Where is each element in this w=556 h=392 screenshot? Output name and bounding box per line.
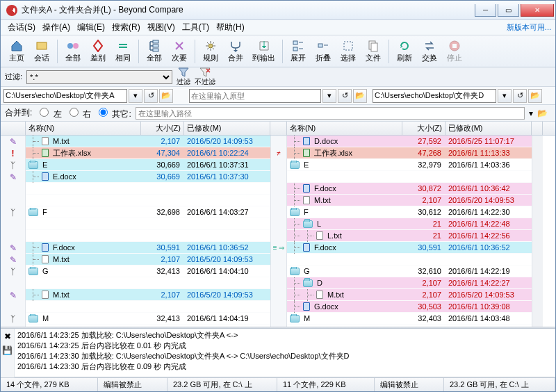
merge-other-radio[interactable]: 其它: xyxy=(95,106,131,120)
table-row[interactable]: M32,4132016/6/1 14:04:19 xyxy=(26,313,270,325)
table-row[interactable]: M.txt2,1072016/5/20 14:09:53 xyxy=(287,195,532,206)
menu-view[interactable]: 视图(V) xyxy=(145,20,178,35)
filter-bar: 过滤: *.* 过滤 不过滤 xyxy=(1,67,555,87)
swap-button[interactable]: 交换 xyxy=(418,38,441,65)
table-row[interactable]: D.docx27,5922016/5/25 11:07:17 xyxy=(287,136,532,147)
merge-button[interactable]: 合并 xyxy=(224,38,247,65)
left-mod-header[interactable]: 已修改(M) xyxy=(184,122,270,135)
clear-log-icon[interactable]: ✖ xyxy=(4,332,11,341)
merge-path-dropdown[interactable]: ▾ xyxy=(529,108,533,118)
table-row[interactable]: G.docx30,5032016/6/1 10:39:08 xyxy=(287,301,532,313)
vertical-scrollbar[interactable] xyxy=(532,136,543,327)
menu-tools[interactable]: 工具(T) xyxy=(179,20,212,35)
table-row[interactable]: M.txt2,1072016/5/20 14:09:53 xyxy=(26,254,270,266)
menu-action[interactable]: 操作(A) xyxy=(40,20,73,35)
middle-history-button[interactable]: ↺ xyxy=(338,89,352,103)
left-size-header[interactable]: 大小(Z) xyxy=(141,122,184,135)
table-row[interactable] xyxy=(26,195,270,206)
edit-marker-icon: ✎ xyxy=(9,173,17,181)
table-row[interactable]: M.txt2,1072016/5/20 14:09:53 xyxy=(26,136,270,147)
filter-combo[interactable]: *.* xyxy=(26,70,172,84)
right-mod-header[interactable]: 已修改(M) xyxy=(445,122,532,135)
table-row[interactable] xyxy=(26,230,270,242)
merge-left-radio[interactable]: 左 xyxy=(36,106,61,120)
table-row[interactable] xyxy=(26,218,270,230)
table-row[interactable]: F.docx30,5912016/6/1 10:36:52 xyxy=(287,242,532,254)
table-row[interactable]: G32,4132016/6/1 14:04:10 xyxy=(26,266,270,277)
left-history-button[interactable]: ↺ xyxy=(144,89,158,103)
middle-browse-button[interactable]: 📂 xyxy=(353,89,367,103)
table-row[interactable]: F30,6122016/6/1 14:22:30 xyxy=(287,206,532,218)
table-row[interactable]: F32,6982016/6/1 14:03:27 xyxy=(26,206,270,218)
merge-right-radio[interactable]: 右 xyxy=(66,106,91,120)
log-text[interactable]: 2016/6/1 14:23:25 加载比较: C:\Users\echo\De… xyxy=(15,329,555,377)
structure-all-button[interactable]: 全部 xyxy=(142,38,166,65)
table-row[interactable]: M.txt2,1072016/5/20 14:09:53 xyxy=(287,289,532,301)
filter-clear-button[interactable]: 不过滤 xyxy=(195,67,215,87)
table-row[interactable]: M32,4032016/6/1 14:03:48 xyxy=(287,313,532,325)
home-button[interactable]: 主页 xyxy=(5,38,28,65)
session-button[interactable]: 会话 xyxy=(30,38,54,65)
table-row[interactable]: F.docx30,8722016/6/1 10:36:42 xyxy=(287,183,532,195)
show-all-button[interactable]: 全部 xyxy=(61,38,85,65)
table-row[interactable]: E30,6692016/6/1 10:37:31 xyxy=(26,159,270,171)
merge-path-input[interactable] xyxy=(136,107,525,120)
left-path-input[interactable] xyxy=(3,89,127,103)
rules-button[interactable]: 规则 xyxy=(199,38,222,65)
table-row[interactable]: D2,1072016/6/1 14:22:27 xyxy=(287,277,532,289)
show-same-button[interactable]: 相同 xyxy=(111,38,135,65)
table-row[interactable] xyxy=(26,301,270,313)
table-row[interactable]: 工作表.xlsx47,2682016/6/1 11:13:33 xyxy=(287,147,532,159)
show-diff-button[interactable]: 差别 xyxy=(86,38,110,65)
table-row[interactable]: M.txt2,1072016/5/20 14:09:53 xyxy=(26,289,270,301)
right-history-button[interactable]: ↺ xyxy=(513,89,527,103)
left-pane[interactable]: M.txt2,1072016/5/20 14:09:53工作表.xlsx47,3… xyxy=(26,136,270,327)
files-button[interactable]: 文件 xyxy=(361,38,385,65)
save-log-icon[interactable]: 💾 xyxy=(2,345,13,355)
titlebar[interactable]: 文件夹A - 文件夹合并(L) - Beyond Compare ─ ▭ ✕ xyxy=(1,1,555,20)
table-row[interactable]: L.txt212016/6/1 14:22:56 xyxy=(287,230,532,242)
folder-open-icon: 📂 xyxy=(161,91,171,100)
table-row[interactable] xyxy=(26,277,270,289)
table-row[interactable]: F.docx30,5912016/6/1 10:36:52 xyxy=(26,242,270,254)
middle-path-dropdown[interactable]: ▾ xyxy=(322,89,336,103)
collapse-button[interactable]: 折叠 xyxy=(311,38,335,65)
table-row[interactable]: L212016/6/1 14:22:48 xyxy=(287,218,532,230)
minor-button[interactable]: 次要 xyxy=(167,38,191,65)
menu-search[interactable]: 搜索(R) xyxy=(109,20,143,35)
right-name-header[interactable]: 名称(N) xyxy=(287,122,402,135)
table-row[interactable] xyxy=(287,171,532,183)
middle-path-input[interactable] xyxy=(189,89,321,103)
select-button[interactable]: 选择 xyxy=(336,38,360,65)
merge-browse-button[interactable]: 📂 xyxy=(537,108,548,118)
menu-help[interactable]: 帮助(H) xyxy=(213,20,247,35)
update-link[interactable]: 新版本可用... xyxy=(507,22,551,33)
menu-session[interactable]: 会话(S) xyxy=(5,20,38,35)
right-size-header[interactable]: 大小(Z) xyxy=(402,122,445,135)
table-row[interactable]: E.docx30,6692016/6/1 10:37:30 xyxy=(26,171,270,183)
right-path-dropdown[interactable]: ▾ xyxy=(498,89,512,103)
filter-label: 过滤: xyxy=(5,72,22,82)
table-row[interactable]: 工作表.xlsx47,3042016/6/1 10:22:24 xyxy=(26,147,270,159)
table-row[interactable] xyxy=(26,183,270,195)
table-row[interactable] xyxy=(287,254,532,266)
table-row[interactable]: E32,9792016/6/1 14:03:36 xyxy=(287,159,532,171)
left-name-header[interactable]: 名称(N) xyxy=(26,122,141,135)
minimize-button[interactable]: ─ xyxy=(475,4,496,17)
left-browse-button[interactable]: 📂 xyxy=(159,89,173,103)
stop-button[interactable]: 停止 xyxy=(443,38,466,65)
table-row[interactable]: G32,6102016/6/1 14:22:19 xyxy=(287,266,532,277)
right-browse-button[interactable]: 📂 xyxy=(528,89,542,103)
right-path-input[interactable] xyxy=(373,89,496,103)
right-pane[interactable]: D.docx27,5922016/5/25 11:07:17工作表.xlsx47… xyxy=(287,136,532,327)
menu-edit[interactable]: 编辑(E) xyxy=(74,20,108,35)
refresh-button[interactable]: 刷新 xyxy=(393,38,416,65)
folder-marker-icon: ᛉ xyxy=(9,209,17,217)
left-path-dropdown[interactable]: ▾ xyxy=(129,89,142,103)
expand-button[interactable]: 展开 xyxy=(286,38,310,65)
to-output-button[interactable]: 到输出 xyxy=(249,38,279,65)
maximize-button[interactable]: ▭ xyxy=(498,4,519,17)
filter-apply-button[interactable]: 过滤 xyxy=(177,67,190,87)
close-button[interactable]: ✕ xyxy=(521,4,554,17)
window: 文件夹A - 文件夹合并(L) - Beyond Compare ─ ▭ ✕ 会… xyxy=(0,0,556,392)
